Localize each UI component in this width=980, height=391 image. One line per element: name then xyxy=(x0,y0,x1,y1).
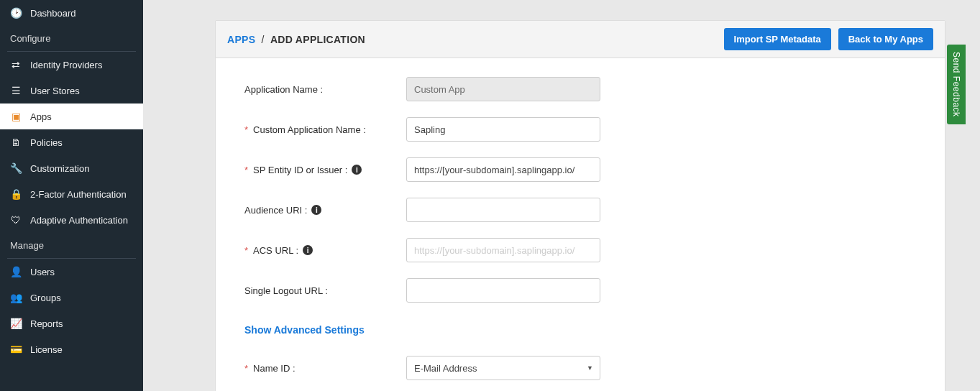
lock-icon: 🔒 xyxy=(10,188,22,200)
label-audience: Audience URI :i xyxy=(244,205,406,216)
group-icon: 👥 xyxy=(10,292,22,303)
sidebar-item-label: Policies xyxy=(30,137,63,148)
label-custom-name: *Custom Application Name : xyxy=(244,124,406,135)
document-icon: 🗎 xyxy=(10,137,22,148)
sidebar-item-label: Groups xyxy=(30,293,61,303)
input-acs[interactable] xyxy=(406,238,600,262)
input-sp-entity[interactable] xyxy=(406,157,600,182)
input-custom-name[interactable] xyxy=(406,117,600,142)
sidebar-item-label: Dashboard xyxy=(30,8,76,19)
sidebar-item-groups[interactable]: 👥 Groups xyxy=(0,285,143,310)
form: Application Name : *Custom Application N… xyxy=(216,58,945,391)
panel-header: APPS / ADD APPLICATION Import SP Metadat… xyxy=(216,21,945,58)
sidebar-heading-configure: Configure xyxy=(0,26,143,51)
feedback-tab[interactable]: Send Feedback xyxy=(947,45,966,124)
label-sp-entity: *SP Entity ID or Issuer :i xyxy=(244,165,406,175)
shield-icon: 🛡 xyxy=(10,214,22,226)
sidebar-item-label: Adaptive Authentication xyxy=(30,215,128,226)
sidebar: 🕑 Dashboard Configure ⇄ Identity Provide… xyxy=(0,0,143,391)
chart-icon: 📈 xyxy=(10,318,22,329)
wrench-icon: 🔧 xyxy=(10,162,22,174)
cube-icon: ▣ xyxy=(10,111,22,122)
input-audience[interactable] xyxy=(406,198,600,222)
sidebar-item-user-stores[interactable]: ☰ User Stores xyxy=(0,78,143,104)
sidebar-item-identity-providers[interactable]: ⇄ Identity Providers xyxy=(0,52,143,78)
sidebar-item-label: Customization xyxy=(30,163,89,174)
breadcrumb-sep: / xyxy=(259,34,267,45)
sidebar-item-label: Reports xyxy=(30,318,63,329)
label-app-name: Application Name : xyxy=(244,84,406,95)
select-nameid[interactable]: E-Mail Address xyxy=(406,356,600,380)
sidebar-item-reports[interactable]: 📈 Reports xyxy=(0,310,143,336)
sidebar-item-label: Users xyxy=(30,267,55,277)
dashboard-icon: 🕑 xyxy=(10,7,22,19)
breadcrumb: APPS / ADD APPLICATION xyxy=(227,34,365,45)
swap-icon: ⇄ xyxy=(10,59,22,70)
label-slo: Single Logout URL : xyxy=(244,285,406,296)
breadcrumb-current: ADD APPLICATION xyxy=(270,34,365,45)
label-acs: *ACS URL :i xyxy=(244,245,406,256)
sidebar-item-license[interactable]: 💳 License xyxy=(0,336,143,362)
sidebar-item-dashboard[interactable]: 🕑 Dashboard xyxy=(0,0,143,26)
import-metadata-button[interactable]: Import SP Metadata xyxy=(724,28,831,50)
info-icon[interactable]: i xyxy=(311,205,321,215)
content: APPS / ADD APPLICATION Import SP Metadat… xyxy=(143,0,980,391)
input-app-name xyxy=(406,77,600,101)
sidebar-item-users[interactable]: 👤 Users xyxy=(0,259,143,285)
sidebar-item-2fa[interactable]: 🔒 2-Factor Authentication xyxy=(0,181,143,207)
sidebar-item-apps[interactable]: ▣ Apps xyxy=(0,104,143,129)
breadcrumb-link-apps[interactable]: APPS xyxy=(227,34,255,45)
sidebar-item-customization[interactable]: 🔧 Customization xyxy=(0,155,143,181)
sidebar-item-label: Apps xyxy=(30,111,52,122)
sidebar-item-label: License xyxy=(30,344,63,355)
label-nameid: *Name ID : xyxy=(244,363,406,374)
panel: APPS / ADD APPLICATION Import SP Metadat… xyxy=(215,20,945,391)
sidebar-item-adaptive-auth[interactable]: 🛡 Adaptive Authentication xyxy=(0,207,143,233)
info-icon[interactable]: i xyxy=(352,165,362,175)
info-icon[interactable]: i xyxy=(303,245,313,255)
back-to-apps-button[interactable]: Back to My Apps xyxy=(838,28,933,50)
user-icon: 👤 xyxy=(10,266,22,277)
input-slo[interactable] xyxy=(406,278,600,303)
sidebar-item-label: User Stores xyxy=(30,86,80,96)
advanced-settings-link[interactable]: Show Advanced Settings xyxy=(244,324,365,336)
sidebar-item-label: Identity Providers xyxy=(30,60,102,70)
card-icon: 💳 xyxy=(10,344,22,355)
database-icon: ☰ xyxy=(10,85,22,96)
sidebar-heading-manage: Manage xyxy=(0,233,143,258)
sidebar-item-policies[interactable]: 🗎 Policies xyxy=(0,129,143,155)
sidebar-item-label: 2-Factor Authentication xyxy=(30,189,127,200)
